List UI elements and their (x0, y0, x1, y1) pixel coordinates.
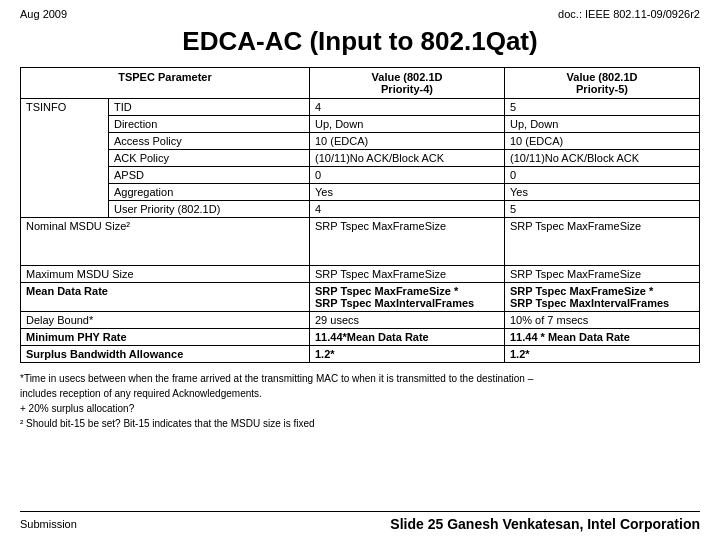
nominal-msdu-label: Nominal MSDU Size² (21, 218, 310, 266)
v5-ack-policy: (10/11)No ACK/Block ACK (505, 150, 700, 167)
v5-mean-data-rate: SRP Tspec MaxFrameSize *SRP Tspec MaxInt… (505, 283, 700, 312)
page: Aug 2009 doc.: IEEE 802.11-09/0926r2 EDC… (0, 0, 720, 540)
tsinfo-label: TSINFO (21, 99, 109, 218)
note-line3: + 20% surplus allocation? (20, 401, 700, 416)
v5-min-phy-rate: 11.44 * Mean Data Rate (505, 329, 700, 346)
v4-tid: 4 (310, 99, 505, 116)
v4-ack-policy: (10/11)No ACK/Block ACK (310, 150, 505, 167)
note-line4: ² Should bit-15 be set? Bit-15 indicates… (20, 416, 700, 431)
v4-delay-bound: 29 usecs (310, 312, 505, 329)
footer-bar: Submission Slide 25 Ganesh Venkatesan, I… (20, 511, 700, 532)
col-header-v5: Value (802.1DPriority-5) (505, 68, 700, 99)
v5-surplus-bw: 1.2* (505, 346, 700, 363)
v5-apsd: 0 (505, 167, 700, 184)
table-row: Aggregation Yes Yes (21, 184, 700, 201)
main-table: TSPEC Parameter Value (802.1DPriority-4)… (20, 67, 700, 363)
table-row: Access Policy 10 (EDCA) 10 (EDCA) (21, 133, 700, 150)
max-msdu-label: Maximum MSDU Size (21, 266, 310, 283)
header-left: Aug 2009 (20, 8, 67, 20)
v4-user-priority: 4 (310, 201, 505, 218)
table-row: TSINFO TID 4 5 (21, 99, 700, 116)
note-line2: includes reception of any required Ackno… (20, 386, 700, 401)
mean-data-rate-label: Mean Data Rate (21, 283, 310, 312)
v4-surplus-bw: 1.2* (310, 346, 505, 363)
v4-min-phy-rate: 11.44*Mean Data Rate (310, 329, 505, 346)
v5-delay-bound: 10% of 7 msecs (505, 312, 700, 329)
header-bar: Aug 2009 doc.: IEEE 802.11-09/0926r2 (20, 8, 700, 20)
surplus-bw-label: Surplus Bandwidth Allowance (21, 346, 310, 363)
v4-mean-data-rate: SRP Tspec MaxFrameSize *SRP Tspec MaxInt… (310, 283, 505, 312)
table-row: Delay Bound* 29 usecs 10% of 7 msecs (21, 312, 700, 329)
table-row: ACK Policy (10/11)No ACK/Block ACK (10/1… (21, 150, 700, 167)
table-row: Direction Up, Down Up, Down (21, 116, 700, 133)
table-row: User Priority (802.1D) 4 5 (21, 201, 700, 218)
col-header-v4: Value (802.1DPriority-4) (310, 68, 505, 99)
notes-section: *Time in usecs between when the frame ar… (20, 371, 700, 431)
sub-ack-policy: ACK Policy (108, 150, 309, 167)
footer-right: Slide 25 Ganesh Venkatesan, Intel Corpor… (390, 516, 700, 532)
table-row: Surplus Bandwidth Allowance 1.2* 1.2* (21, 346, 700, 363)
v5-access-policy: 10 (EDCA) (505, 133, 700, 150)
sub-access-policy: Access Policy (108, 133, 309, 150)
sub-direction: Direction (108, 116, 309, 133)
sub-apsd: APSD (108, 167, 309, 184)
header-right: doc.: IEEE 802.11-09/0926r2 (558, 8, 700, 20)
v5-direction: Up, Down (505, 116, 700, 133)
v5-max-msdu: SRP Tspec MaxFrameSize (505, 266, 700, 283)
table-row: APSD 0 0 (21, 167, 700, 184)
v5-nominal-msdu: SRP Tspec MaxFrameSize (505, 218, 700, 266)
footer-left: Submission (20, 518, 77, 530)
table-row: Maximum MSDU Size SRP Tspec MaxFrameSize… (21, 266, 700, 283)
v4-access-policy: 10 (EDCA) (310, 133, 505, 150)
sub-tid: TID (108, 99, 309, 116)
v4-max-msdu: SRP Tspec MaxFrameSize (310, 266, 505, 283)
sub-aggregation: Aggregation (108, 184, 309, 201)
v5-aggregation: Yes (505, 184, 700, 201)
v4-apsd: 0 (310, 167, 505, 184)
page-title: EDCA-AC (Input to 802.1Qat) (20, 26, 700, 57)
table-row: Nominal MSDU Size² SRP Tspec MaxFrameSiz… (21, 218, 700, 266)
v4-nominal-msdu: SRP Tspec MaxFrameSize (310, 218, 505, 266)
col-header-param: TSPEC Parameter (21, 68, 310, 99)
table-row: Minimum PHY Rate 11.44*Mean Data Rate 11… (21, 329, 700, 346)
v4-aggregation: Yes (310, 184, 505, 201)
v5-user-priority: 5 (505, 201, 700, 218)
min-phy-rate-label: Minimum PHY Rate (21, 329, 310, 346)
delay-bound-label: Delay Bound* (21, 312, 310, 329)
table-row: Mean Data Rate SRP Tspec MaxFrameSize *S… (21, 283, 700, 312)
v4-direction: Up, Down (310, 116, 505, 133)
note-line1: *Time in usecs between when the frame ar… (20, 371, 700, 386)
v5-tid: 5 (505, 99, 700, 116)
sub-user-priority: User Priority (802.1D) (108, 201, 309, 218)
